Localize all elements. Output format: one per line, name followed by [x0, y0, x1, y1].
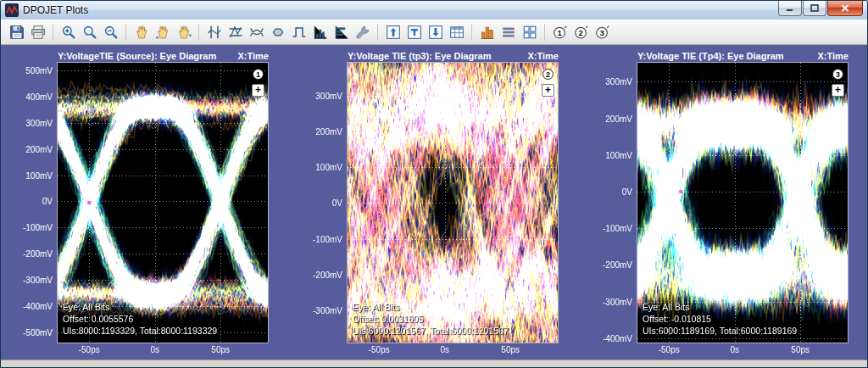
plot-y-axis-title: Y:Voltage TIE (Tp4): Eye Diagram	[637, 51, 784, 61]
histogram-horizontal-button[interactable]	[331, 21, 352, 42]
plot-grid-button[interactable]	[446, 21, 467, 42]
annotation-uis: UIs:6000:1189169, Total:6000:1189169	[643, 325, 797, 337]
y-tick-label: -300mV	[603, 297, 632, 306]
annotation-eye-type: Eye: All Bits	[63, 301, 217, 313]
plot-header: Y:Voltage TIE (Tp4): Eye Diagram X:Time	[603, 49, 849, 62]
pulse-icon	[292, 25, 307, 40]
pan-horizontal-button[interactable]	[152, 21, 173, 42]
y-tick-label: 300mV	[25, 118, 53, 127]
pulse-button[interactable]	[288, 21, 309, 42]
x-axis-labels: -50ps0s50ps	[347, 343, 559, 357]
maximize-button[interactable]	[803, 1, 826, 16]
select-plot-1-button[interactable]: 1	[549, 21, 570, 42]
titlebar[interactable]: DPOJET Plots	[1, 1, 867, 20]
y-tick-label: 0V	[332, 198, 342, 208]
y-tick-label: 300mV	[605, 77, 632, 86]
x-tick-label: 0s	[730, 345, 739, 354]
plot-group-2: Y:Voltage TIE (tp3): Eye Diagram X:Time …	[313, 49, 559, 360]
pan-vertical-button[interactable]	[173, 21, 194, 42]
toolbar-separator	[125, 24, 126, 41]
plot-header: Y:VoltageTIE (Source): Eye Diagram X:Tim…	[23, 49, 269, 62]
toolbar-separator	[377, 24, 378, 41]
select-plot-3-icon: 3	[595, 25, 610, 40]
expand-plot-button[interactable]: +	[832, 84, 844, 97]
cursor-vertical-icon	[207, 25, 222, 40]
plot-x-axis-title: X:Time	[528, 51, 559, 61]
y-tick-label: 100mV	[25, 170, 53, 180]
plot-position-bottom-button[interactable]	[425, 21, 446, 42]
y-tick-label: 100mV	[315, 163, 342, 172]
svg-text:1: 1	[557, 27, 562, 36]
y-axis-labels: 300mV200mV100mV0V-100mV-200mV-300mV-400m…	[603, 62, 637, 343]
dpojet-plots-window: DPOJET Plots 123 Y:VoltageTIE (Source): …	[0, 0, 868, 368]
y-tick-label: 0V	[622, 187, 632, 197]
grid-layout-button[interactable]	[519, 21, 540, 42]
eye-diagram-plot-2[interactable]: 2 + Eye: All Bits Offset: 0.0031605 UIs:…	[347, 62, 559, 343]
annotation-eye-type: Eye: All Bits	[353, 301, 509, 313]
y-tick-label: 200mV	[25, 144, 53, 153]
expand-plot-button[interactable]: +	[252, 84, 264, 97]
zoom-in-button[interactable]	[58, 21, 79, 42]
pan-vertical-icon	[176, 25, 192, 40]
plot-dock-button[interactable]	[403, 21, 425, 42]
window-title: DPOJET Plots	[23, 4, 778, 16]
histogram-icon	[480, 25, 495, 40]
svg-text:2: 2	[578, 27, 582, 36]
y-tick-label: -400mV	[23, 301, 53, 310]
annotation-offset: Offset: -0.010815	[643, 313, 797, 325]
configure-button[interactable]	[352, 21, 373, 42]
zoom-in-icon	[61, 25, 76, 40]
annotation-offset: Offset: 0.0055576	[63, 313, 217, 325]
histogram-vertical-button[interactable]	[309, 21, 331, 42]
plot-area: Y:VoltageTIE (Source): Eye Diagram X:Tim…	[1, 45, 867, 360]
eye-mask-button[interactable]	[246, 21, 267, 42]
y-tick-label: -100mV	[23, 223, 53, 232]
expand-plot-button[interactable]: +	[542, 84, 554, 97]
y-tick-label: -200mV	[23, 249, 53, 259]
toolbar-separator	[471, 24, 472, 41]
mask-test-icon	[270, 25, 286, 40]
plot-number-badge[interactable]: 1	[253, 69, 264, 80]
select-plot-2-button[interactable]: 2	[570, 21, 592, 42]
plot-y-axis-title: Y:Voltage TIE (tp3): Eye Diagram	[348, 51, 492, 61]
y-tick-label: 300mV	[315, 91, 342, 100]
mask-test-button[interactable]	[267, 21, 288, 42]
cursor-vertical-button[interactable]	[203, 21, 225, 42]
plot-annotations: Eye: All Bits Offset: -0.010815 UIs:6000…	[643, 301, 797, 337]
print-button[interactable]	[27, 21, 48, 42]
select-plot-3-button[interactable]: 3	[592, 21, 613, 42]
print-icon	[31, 25, 46, 40]
histogram-button[interactable]	[476, 21, 498, 42]
row-list-icon	[501, 25, 516, 40]
plot-number-badge[interactable]: 3	[832, 69, 843, 80]
app-icon	[5, 3, 19, 17]
close-button[interactable]	[827, 1, 863, 16]
x-tick-label: 0s	[440, 345, 449, 354]
zoom-100-button[interactable]	[79, 21, 100, 42]
zoom-out-button[interactable]	[100, 21, 121, 42]
minimize-button[interactable]	[778, 1, 802, 16]
save-button[interactable]	[6, 21, 27, 42]
y-tick-label: -200mV	[313, 270, 342, 279]
statusbar	[1, 360, 867, 367]
pan-button[interactable]	[131, 21, 152, 42]
y-tick-label: -500mV	[23, 327, 53, 337]
plot-dock-icon	[407, 25, 422, 40]
plot-position-bottom-icon	[428, 25, 443, 40]
eye-diagram-plot-1[interactable]: 1 + Eye: All Bits Offset: 0.0055576 UIs:…	[57, 62, 269, 343]
row-list-button[interactable]	[498, 21, 519, 42]
annotation-offset: Offset: 0.0031605	[353, 313, 509, 325]
y-tick-label: 200mV	[315, 127, 342, 137]
cursor-horizontal-button[interactable]	[225, 21, 246, 42]
y-tick-label: -300mV	[313, 306, 342, 315]
plot-position-top-button[interactable]	[382, 21, 403, 42]
eye-diagram-plot-3[interactable]: 3 + Eye: All Bits Offset: -0.010815 UIs:…	[637, 62, 849, 343]
toolbar-separator	[544, 24, 545, 41]
x-tick-label: -50ps	[659, 345, 680, 354]
plot-position-top-icon	[386, 25, 401, 40]
grid-layout-icon	[522, 25, 537, 40]
plot-number-badge[interactable]: 2	[542, 69, 554, 80]
cursor-horizontal-icon	[228, 25, 243, 40]
y-tick-label: -100mV	[313, 234, 342, 243]
x-tick-label: -50ps	[79, 345, 100, 354]
